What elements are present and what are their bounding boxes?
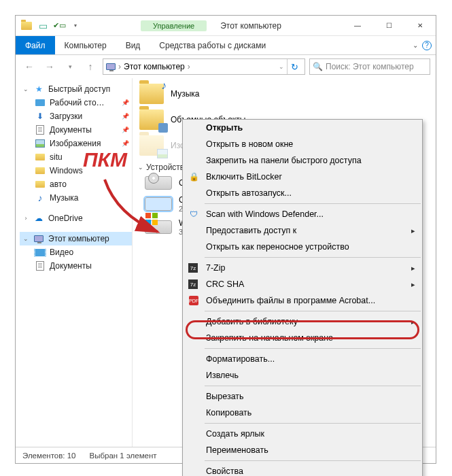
menu-separator (205, 423, 421, 424)
pictures-icon (35, 138, 46, 149)
onedrive-icon: ☁ (33, 213, 44, 224)
menu-separator (205, 386, 421, 386)
bitlocker-icon: 🔒 (188, 171, 199, 182)
music-icon: ♪ (35, 192, 46, 203)
context-menu: Открыть Открыть в новом окне Закрепить н… (182, 119, 423, 476)
quick-access-node[interactable]: ⌄★Быстрый доступ (20, 82, 132, 96)
windows-drive-icon (145, 220, 172, 234)
qat-dropdown-icon[interactable]: ▾ (69, 19, 82, 33)
refresh-button[interactable]: ↻ (287, 59, 302, 74)
sidebar-item-documents2[interactable]: Документы (20, 259, 132, 273)
cd-drive-icon (145, 176, 172, 190)
pin-icon: 📌 (122, 99, 129, 106)
address-dropdown-icon[interactable]: ⌄ (279, 63, 284, 70)
menu-item-cut[interactable]: Вырезать (183, 388, 422, 405)
breadcrumb-thispc[interactable]: Этот компьютер (124, 62, 185, 71)
status-selected-count: Выбран 1 элемент (89, 452, 156, 460)
chevron-right-icon[interactable]: › (118, 62, 121, 71)
menu-item-create-shortcut[interactable]: Создать ярлык (183, 426, 422, 442)
pdf-icon: PDF (188, 295, 199, 306)
menu-item-defender[interactable]: 🛡Scan with Windows Defender... (183, 206, 422, 222)
menu-separator (205, 348, 421, 349)
view-tab[interactable]: Вид (116, 36, 150, 54)
maximize-button[interactable]: ☐ (373, 16, 404, 36)
sidebar-item-music[interactable]: ♪Музыка (20, 191, 132, 205)
menu-item-bitlocker[interactable]: 🔒Включить BitLocker (183, 169, 422, 185)
shield-icon: 🛡 (188, 209, 199, 220)
search-icon: 🔍 (313, 62, 323, 71)
address-row: ← → ▾ ↑ › Этот компьютер › ⌄ ↻ 🔍 Поиск: … (16, 55, 436, 78)
sidebar-item-auto[interactable]: авто (20, 177, 132, 191)
ribbon-expand-icon[interactable]: ⌄ (413, 41, 418, 49)
sidebar-item-pictures[interactable]: Изображения📌 (20, 137, 132, 150)
chevron-down-icon: ⌄ (138, 164, 143, 171)
menu-item-crc-sha[interactable]: 7zCRC SHA (183, 276, 422, 292)
downloads-icon: ⬇ (35, 111, 46, 122)
drive-tools-tab[interactable]: Средства работы с дисками (150, 36, 275, 54)
sidebar-item-videos[interactable]: Видео (20, 245, 132, 259)
menu-item-autoplay[interactable]: Открыть автозапуск... (183, 185, 422, 201)
search-input[interactable]: 🔍 Поиск: Этот компьютер (309, 58, 430, 75)
menu-item-copy[interactable]: Копировать (183, 405, 422, 421)
thispc-icon (33, 233, 44, 244)
menu-item-pin-quick-access[interactable]: Закрепить на панели быстрого доступа (183, 152, 422, 169)
recent-dropdown[interactable]: ▾ (62, 58, 78, 75)
file-tab[interactable]: Файл (16, 36, 55, 54)
sidebar-item-windows[interactable]: Windows (20, 164, 132, 177)
desktop-icon (35, 97, 46, 108)
menu-item-add-library[interactable]: Добавить в библиотеку (183, 313, 422, 330)
folder-icon (35, 165, 46, 176)
management-contextual-tab[interactable]: Управление (141, 20, 207, 31)
help-icon[interactable]: ? (422, 41, 432, 50)
menu-separator (205, 203, 421, 204)
back-button[interactable]: ← (21, 58, 37, 75)
menu-separator (205, 460, 421, 461)
chevron-right-icon[interactable]: › (188, 62, 190, 71)
folder-item-music[interactable]: Музыка (138, 81, 430, 107)
folder-icon (20, 19, 33, 33)
up-button[interactable]: ↑ (82, 58, 99, 75)
document-icon (35, 260, 46, 271)
ribbon: Файл Компьютер Вид Средства работы с дис… (16, 36, 436, 55)
menu-item-format[interactable]: Форматировать... (183, 351, 422, 367)
menu-item-open-new-window[interactable]: Открыть в новом окне (183, 136, 422, 152)
sidebar-item-documents[interactable]: Документы📌 (20, 123, 132, 137)
close-button[interactable]: ✕ (404, 16, 436, 36)
navigation-pane: ⌄★Быстрый доступ Рабочий сто…📌 ⬇Загрузки… (16, 78, 133, 447)
menu-separator (205, 257, 421, 258)
menu-item-pin-start[interactable]: Закрепить на начальном экране (183, 330, 422, 346)
line-icon[interactable]: ▭ (36, 19, 50, 33)
menu-item-give-access[interactable]: Предоставить доступ к (183, 222, 422, 239)
pin-icon: 📌 (122, 113, 129, 120)
menu-item-7zip[interactable]: 7z7-Zip (183, 260, 422, 276)
address-bar[interactable]: › Этот компьютер › ⌄ ↻ (103, 58, 305, 75)
search-placeholder: Поиск: Этот компьютер (326, 62, 414, 71)
sidebar-item-situ[interactable]: situ (20, 150, 132, 164)
thispc-node[interactable]: ⌄Этот компьютер (20, 232, 132, 245)
folder-icon (35, 179, 46, 190)
menu-item-portable-device[interactable]: Открыть как переносное устройство (183, 239, 422, 255)
sidebar-item-downloads[interactable]: ⬇Загрузки📌 (20, 109, 132, 123)
minimize-button[interactable]: — (342, 16, 373, 36)
onedrive-node[interactable]: ›☁OneDrive (20, 211, 132, 225)
folder-icon (35, 152, 46, 163)
properties-icon[interactable]: ✔▭ (52, 19, 66, 33)
music-folder-icon (139, 84, 164, 104)
document-icon (35, 124, 46, 135)
pin-icon: 📌 (122, 140, 129, 147)
menu-item-rename[interactable]: Переименовать (183, 442, 422, 458)
menu-separator (205, 311, 421, 311)
quick-access-toolbar: ▭ ✔▭ ▾ (16, 19, 86, 33)
menu-item-acrobat-combine[interactable]: PDFОбъединить файлы в программе Acrobat.… (183, 292, 422, 309)
window-title: Этот компьютер (220, 21, 281, 31)
video-icon (35, 247, 46, 258)
sidebar-item-desktop[interactable]: Рабочий сто…📌 (20, 96, 132, 109)
forward-button[interactable]: → (41, 58, 58, 75)
star-icon: ★ (33, 84, 44, 95)
computer-tab[interactable]: Компьютер (55, 36, 116, 54)
menu-item-eject[interactable]: Извлечь (183, 367, 422, 384)
7zip-icon: 7z (188, 263, 198, 273)
menu-item-open[interactable]: Открыть (183, 120, 422, 136)
thispc-icon (106, 63, 116, 70)
menu-item-properties[interactable]: Свойства (183, 463, 422, 476)
